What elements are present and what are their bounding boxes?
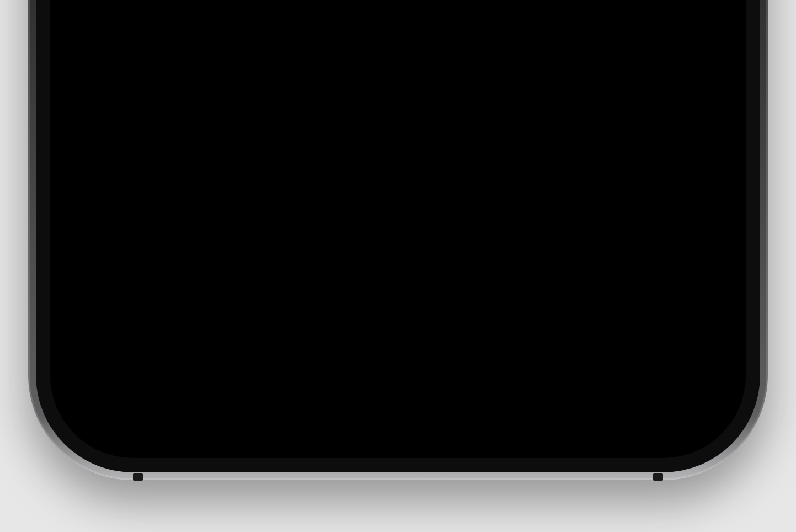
- volume-fill: [138, 74, 378, 78]
- section-divider: [59, 259, 737, 260]
- more-dot: [661, 159, 669, 167]
- shuffle-label: Shuffle: [213, 307, 312, 342]
- shuffle-button[interactable]: Shuffle: [91, 291, 381, 358]
- home-indicator[interactable]: [285, 431, 511, 439]
- volume-thumb[interactable]: [357, 55, 399, 97]
- aux-controls-row: [103, 141, 693, 185]
- volume-low-icon: [103, 65, 119, 87]
- more-dot: [675, 159, 683, 167]
- volume-slider[interactable]: [138, 74, 648, 78]
- up-next-heading: Up Next: [91, 406, 205, 441]
- airplay-icon[interactable]: [381, 143, 415, 182]
- svg-point-0: [384, 145, 412, 173]
- more-dot: [688, 159, 697, 167]
- phone-chassis: Shuffle Repeat: [28, 0, 768, 480]
- phone-screen: Shuffle Repeat: [59, 0, 737, 450]
- repeat-icon: [486, 312, 516, 337]
- more-icon[interactable]: [661, 159, 697, 167]
- antenna-band-left: [133, 473, 143, 481]
- antenna-band-right: [653, 473, 663, 481]
- shuffle-icon: [160, 312, 192, 337]
- repeat-button[interactable]: Repeat: [415, 291, 705, 358]
- volume-row: [103, 51, 693, 101]
- now-playing-panel: Shuffle Repeat: [59, 0, 737, 450]
- playback-mode-row: Shuffle Repeat: [91, 291, 705, 358]
- volume-track: [138, 74, 648, 78]
- svg-point-2: [392, 153, 404, 164]
- svg-point-1: [388, 149, 408, 169]
- repeat-label: Repeat: [537, 307, 634, 342]
- volume-high-icon: [667, 64, 693, 88]
